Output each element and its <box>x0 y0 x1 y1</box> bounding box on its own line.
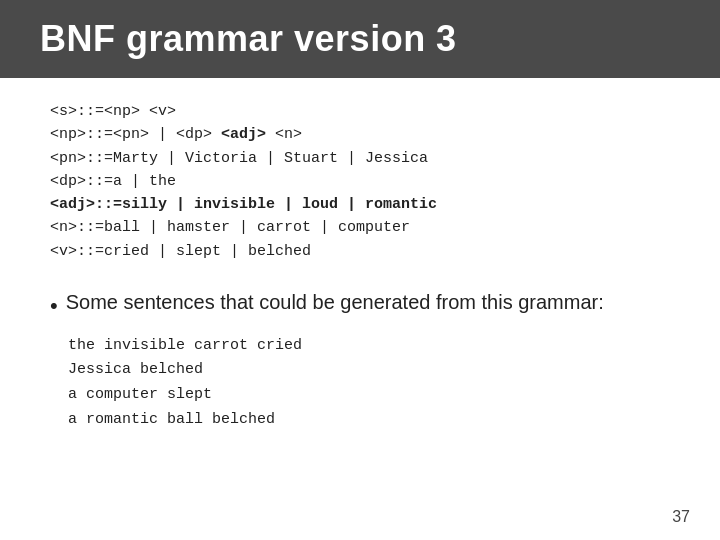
example-line-2: Jessica belched <box>68 358 670 383</box>
examples-block: the invisible carrot cried Jessica belch… <box>68 334 670 433</box>
bold-adj-rule: <adj>::=silly | invisible | loud | roman… <box>50 196 437 213</box>
grammar-line-6: <n>::=ball | hamster | carrot | computer <box>50 216 670 239</box>
slide-header: BNF grammar version 3 <box>0 0 720 78</box>
example-line-3: a computer slept <box>68 383 670 408</box>
grammar-line-3: <pn>::=Marty | Victoria | Stuart | Jessi… <box>50 147 670 170</box>
grammar-block: <s>::=<np> <v> <np>::=<pn> | <dp> <adj> … <box>50 100 670 263</box>
bullet-label: Some sentences that could be generated f… <box>66 291 604 314</box>
bullet-dot: • <box>50 291 58 322</box>
grammar-line-4: <dp>::=a | the <box>50 170 670 193</box>
grammar-line-7: <v>::=cried | slept | belched <box>50 240 670 263</box>
slide-content: <s>::=<np> <v> <np>::=<pn> | <dp> <adj> … <box>0 78 720 433</box>
grammar-line-1: <s>::=<np> <v> <box>50 100 670 123</box>
bold-adj: <adj> <box>221 126 266 143</box>
example-line-4: a romantic ball belched <box>68 408 670 433</box>
grammar-line-5: <adj>::=silly | invisible | loud | roman… <box>50 193 670 216</box>
slide-title: BNF grammar version 3 <box>40 18 680 60</box>
page-number: 37 <box>672 508 690 526</box>
bullet-item: • Some sentences that could be generated… <box>50 291 670 322</box>
example-line-1: the invisible carrot cried <box>68 334 670 359</box>
bullet-section: • Some sentences that could be generated… <box>50 291 670 433</box>
grammar-line-2: <np>::=<pn> | <dp> <adj> <n> <box>50 123 670 146</box>
